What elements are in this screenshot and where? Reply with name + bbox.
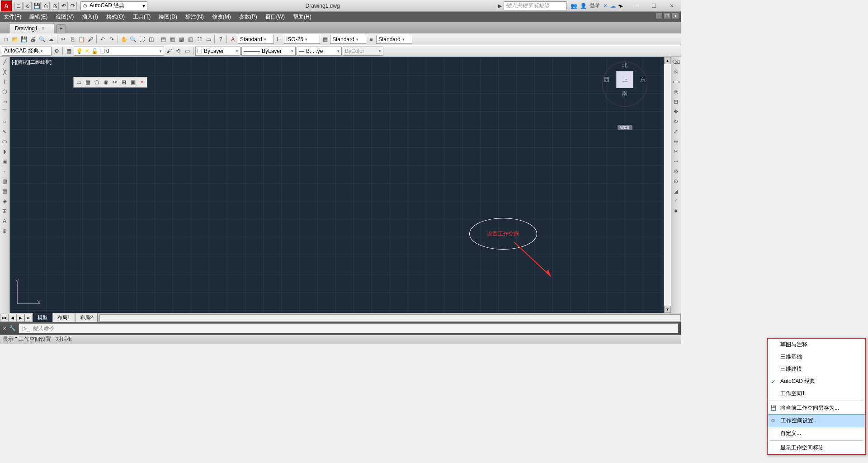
login-link[interactable]: 登录 bbox=[590, 2, 600, 9]
menu-view[interactable]: 视图(V) bbox=[56, 13, 74, 21]
rotate-icon[interactable]: ↻ bbox=[671, 117, 680, 126]
menu-dimension[interactable]: 标注(N) bbox=[185, 13, 204, 21]
vp-clip-icon[interactable]: ✂ bbox=[111, 78, 119, 86]
cloud-icon[interactable]: ☁ bbox=[610, 3, 616, 9]
menu-file[interactable]: 文件(F) bbox=[4, 13, 21, 21]
vp-named-icon[interactable]: ▦ bbox=[84, 78, 92, 86]
chamfer-icon[interactable]: ◢ bbox=[671, 187, 680, 196]
vp-obj-icon[interactable]: ◉ bbox=[102, 78, 110, 86]
plotstyle-dropdown[interactable]: ByColor▾ bbox=[343, 47, 383, 56]
offset-icon[interactable]: ◎ bbox=[671, 87, 680, 96]
qat-undo-icon[interactable]: ↶ bbox=[60, 2, 68, 10]
dim-style-dropdown[interactable]: ISO-25▾ bbox=[284, 35, 320, 44]
nav-last-icon[interactable]: ⏭ bbox=[24, 314, 33, 322]
ssm-icon[interactable]: ▥ bbox=[186, 35, 194, 43]
menu-parametric[interactable]: 参数(P) bbox=[239, 13, 257, 21]
cmd-close-icon[interactable]: × bbox=[3, 325, 6, 332]
layer-state-icon[interactable]: ▭ bbox=[183, 47, 191, 55]
markup-icon[interactable]: ☷ bbox=[195, 35, 203, 43]
drawing-canvas[interactable]: [-][俯视][二维线框] ▭ ▦ ⬠ ◉ ✂ ⊞ ▣ × Y X 北 西 上 … bbox=[10, 57, 664, 313]
float-close-icon[interactable]: × bbox=[138, 78, 146, 86]
copy2-icon[interactable]: ⎘ bbox=[671, 67, 680, 76]
print-icon[interactable]: 🖨 bbox=[29, 35, 37, 43]
scroll-up-icon[interactable]: ▲ bbox=[664, 57, 671, 64]
color-dropdown[interactable]: ByLayer▾ bbox=[195, 47, 241, 56]
dc-icon[interactable]: ▦ bbox=[168, 35, 176, 43]
tab-layout2[interactable]: 布局2 bbox=[75, 313, 98, 322]
textstyle-icon[interactable]: A bbox=[229, 35, 237, 43]
linetype-dropdown[interactable]: ———ByLayer▾ bbox=[241, 47, 296, 56]
spline-icon[interactable]: ∿ bbox=[0, 127, 9, 136]
tp-icon[interactable]: ▩ bbox=[177, 35, 185, 43]
zoom-ext-icon[interactable]: ⛶ bbox=[138, 35, 146, 43]
preview-icon[interactable]: 🔍 bbox=[38, 35, 46, 43]
workspace-dropdown[interactable]: ⚙ AutoCAD 经典 ▾ bbox=[80, 1, 147, 10]
app-icon[interactable]: A bbox=[1, 0, 12, 11]
table-style-dropdown[interactable]: Standard▾ bbox=[330, 35, 366, 44]
undo-icon[interactable]: ↶ bbox=[99, 35, 107, 43]
menu-tools[interactable]: 工具(T) bbox=[133, 13, 151, 21]
explode-icon[interactable]: ✸ bbox=[671, 207, 680, 216]
vp-single-icon[interactable]: ▭ bbox=[75, 78, 83, 86]
menu-insert[interactable]: 插入(I) bbox=[82, 13, 98, 21]
table-icon[interactable]: ⊞ bbox=[0, 207, 9, 216]
mdi-minimize[interactable]: - bbox=[656, 13, 663, 19]
hatch-icon[interactable]: ▨ bbox=[0, 177, 9, 186]
paste-icon[interactable]: 📋 bbox=[77, 35, 85, 43]
vertical-scrollbar[interactable]: ▲ ▼ bbox=[664, 57, 671, 313]
vp-poly-icon[interactable]: ⬠ bbox=[93, 78, 101, 86]
addsel-icon[interactable]: ⊕ bbox=[0, 227, 9, 236]
viewcube[interactable]: 北 西 上 东 南 WCS bbox=[604, 61, 646, 130]
trim-icon[interactable]: ✂ bbox=[671, 147, 680, 156]
scroll-track[interactable] bbox=[664, 64, 671, 306]
qat-print-icon[interactable]: 🖨 bbox=[51, 2, 59, 10]
nav-next-icon[interactable]: ▶ bbox=[16, 314, 24, 322]
maximize-button[interactable]: ☐ bbox=[645, 0, 663, 12]
block-icon[interactable]: ▣ bbox=[0, 157, 9, 166]
pan-icon[interactable]: ✋ bbox=[120, 35, 128, 43]
command-input[interactable]: ▷_ 键入命令 bbox=[19, 323, 678, 333]
exchange-icon[interactable]: 👥 bbox=[571, 3, 577, 9]
scroll-down-icon[interactable]: ▼ bbox=[664, 306, 671, 313]
layer-match-icon[interactable]: 🖌 bbox=[165, 47, 173, 55]
document-tab[interactable]: Drawing1 × bbox=[9, 23, 54, 33]
circle-icon[interactable]: ○ bbox=[0, 117, 9, 126]
lineweight-dropdown[interactable]: —B. . .ye▾ bbox=[297, 47, 342, 56]
layer-prev-icon[interactable]: ⟲ bbox=[174, 47, 182, 55]
polygon-icon[interactable]: ⬡ bbox=[0, 87, 9, 96]
ml-style-dropdown[interactable]: Standard▾ bbox=[376, 35, 412, 44]
menu-edit[interactable]: 编辑(E) bbox=[29, 13, 47, 21]
menu-draw[interactable]: 绘图(D) bbox=[159, 13, 177, 21]
qat-open-icon[interactable]: ⎋ bbox=[24, 2, 32, 10]
play-icon[interactable]: ▶ bbox=[498, 3, 502, 9]
array-icon[interactable]: ⊞ bbox=[671, 97, 680, 106]
stretch-icon[interactable]: ⇔ bbox=[671, 137, 680, 146]
open-icon[interactable]: 📂 bbox=[11, 35, 19, 43]
help-icon[interactable]: ? bbox=[217, 35, 225, 43]
viewport-label[interactable]: [-][俯视][二维线框] bbox=[12, 59, 52, 66]
point-icon[interactable]: ∙ bbox=[0, 167, 9, 176]
ws-gear-icon[interactable]: ⚙ bbox=[52, 47, 61, 55]
mdi-close[interactable]: x bbox=[672, 13, 679, 19]
menu-modify[interactable]: 修改(M) bbox=[212, 13, 231, 21]
nav-prev-icon[interactable]: ◀ bbox=[8, 314, 16, 322]
qat-saveas-icon[interactable]: ⎙ bbox=[42, 2, 50, 10]
menu-window[interactable]: 窗口(W) bbox=[265, 13, 285, 21]
mlstyle-icon[interactable]: ≡ bbox=[367, 35, 375, 43]
props-icon[interactable]: ▤ bbox=[159, 35, 167, 43]
line-icon[interactable]: ╱ bbox=[0, 57, 9, 66]
erase-icon[interactable]: ⌫ bbox=[671, 57, 680, 66]
qat-save-icon[interactable]: 💾 bbox=[33, 2, 41, 10]
pline-icon[interactable]: ⌇ bbox=[0, 77, 9, 86]
fillet-icon[interactable]: ◜ bbox=[671, 197, 680, 206]
earc-icon[interactable]: ◗ bbox=[0, 147, 9, 156]
new-tab-button[interactable]: + bbox=[56, 24, 66, 33]
minimize-button[interactable]: ─ bbox=[627, 0, 645, 12]
scale-icon[interactable]: ⤢ bbox=[671, 127, 680, 136]
redo-icon[interactable]: ↷ bbox=[108, 35, 116, 43]
horizontal-scrollbar[interactable] bbox=[99, 314, 681, 321]
new-icon[interactable]: □ bbox=[2, 35, 10, 43]
vp-join-icon[interactable]: ⊞ bbox=[120, 78, 128, 86]
ellipse-icon[interactable]: ⬭ bbox=[0, 137, 9, 146]
grad-icon[interactable]: ▦ bbox=[0, 187, 9, 196]
